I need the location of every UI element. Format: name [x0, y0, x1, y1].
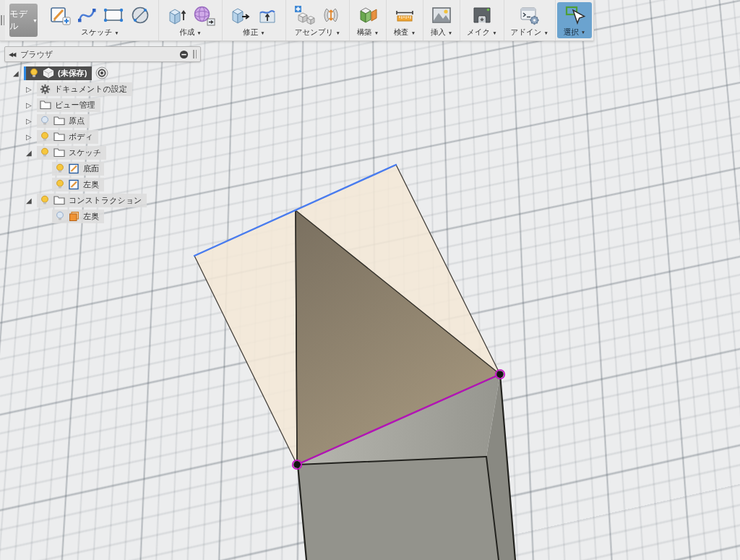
- extrude-icon[interactable]: [165, 4, 189, 27]
- activate-component-radio[interactable]: [95, 66, 108, 79]
- chevron-down-icon: ▼: [114, 30, 119, 35]
- browser-tree: ◢ (未保存) ▷: [4, 65, 221, 224]
- tree-item-label[interactable]: スケッチ: [69, 147, 101, 158]
- toolbar-group-label: メイク ▼: [467, 27, 497, 38]
- sketch-vertex-front[interactable]: [293, 461, 301, 468]
- press-pull-icon[interactable]: [229, 4, 252, 27]
- chevron-down-icon: ▼: [448, 30, 452, 35]
- toolbar-group-assemble: アセンブリ ▼: [286, 0, 350, 40]
- chevron-down-icon: ▼: [260, 30, 264, 35]
- folder-icon: [53, 132, 65, 142]
- tree-item-label[interactable]: 底面: [83, 163, 99, 174]
- chevron-down-icon: ▼: [411, 30, 416, 35]
- tree-item-chip: スケッチ: [37, 146, 106, 160]
- folder-icon: [53, 116, 65, 126]
- measure-icon[interactable]: [393, 4, 416, 27]
- box-front-face[interactable]: [298, 457, 499, 560]
- tree-item-label[interactable]: 左奥: [83, 211, 99, 222]
- spline-icon[interactable]: [75, 4, 98, 27]
- toolbar-group-label: アドイン ▼: [511, 27, 548, 38]
- tree-row-sketches[interactable]: ◢ スケッチ: [4, 145, 221, 160]
- tree-row-sketch-bottom[interactable]: 底面: [4, 160, 221, 176]
- toolbar-group-label: アセンブリ ▼: [295, 27, 340, 38]
- chevron-down-icon: ▼: [33, 18, 38, 23]
- scripts-addins-icon[interactable]: [518, 4, 541, 27]
- select-icon[interactable]: [563, 4, 586, 27]
- toolbar-group-label: 構築 ▼: [357, 27, 379, 38]
- expander-icon[interactable]: ▷: [26, 101, 37, 109]
- expander-icon[interactable]: ◢: [26, 197, 37, 204]
- toolbar: モデル ▼: [0, 0, 594, 41]
- bulb-on-icon[interactable]: [40, 147, 50, 158]
- tree-row-construction-plane-left-back[interactable]: 左奥: [4, 208, 221, 224]
- tree-item-label[interactable]: ボディ: [69, 132, 93, 142]
- rectangle-icon[interactable]: [102, 4, 125, 27]
- toolbar-group-label: 検査 ▼: [394, 27, 416, 38]
- panel-grip-icon[interactable]: [193, 50, 197, 59]
- new-component-icon[interactable]: [293, 4, 316, 27]
- tree-row-document-settings[interactable]: ▷ ドキュメントの設定: [4, 81, 221, 97]
- expander-icon[interactable]: ◢: [26, 149, 37, 157]
- toolbar-group-label: 修正 ▼: [243, 27, 264, 38]
- tree-row-construction[interactable]: ◢ コンストラクション: [4, 192, 221, 208]
- expander-icon[interactable]: ▷: [26, 117, 37, 125]
- toolbar-group-insert: 挿入 ▼: [423, 0, 460, 40]
- toolbar-group-label: スケッチ ▼: [81, 27, 119, 38]
- chevron-down-icon: ▼: [581, 30, 585, 35]
- toolbar-group-create: 作成 ▼: [159, 0, 223, 40]
- bulb-off-icon[interactable]: [40, 116, 50, 126]
- construction-plane-icon[interactable]: [356, 4, 379, 27]
- tree-item-label[interactable]: 左奥: [83, 179, 99, 190]
- tree-item-chip: 左奥: [52, 178, 104, 191]
- tree-row-origin[interactable]: ▷ 原点: [4, 113, 221, 129]
- chevron-down-icon: ▼: [336, 30, 340, 35]
- tree-item-label[interactable]: ビュー管理: [55, 100, 95, 111]
- tree-item-label[interactable]: コンストラクション: [69, 195, 142, 206]
- toolbar-group-select[interactable]: 選択 ▼: [557, 2, 592, 38]
- offset-face-icon[interactable]: [256, 4, 279, 27]
- tree-item-chip: ボディ: [37, 130, 98, 144]
- sketch-icon: [69, 163, 79, 174]
- toolbar-group-inspect: 検査 ▼: [387, 0, 423, 40]
- tree-row-sketch-left-back[interactable]: 左奥: [4, 176, 221, 192]
- chevron-down-icon: ▼: [544, 30, 548, 35]
- toolbar-grip-handle[interactable]: [0, 0, 5, 40]
- sketch-vertex-right[interactable]: [496, 371, 504, 378]
- collapse-panel-icon[interactable]: ◀◀: [9, 51, 14, 58]
- tree-row-named-views[interactable]: ▷ ビュー管理: [4, 97, 221, 113]
- expander-icon[interactable]: ▷: [26, 133, 37, 141]
- browser-header[interactable]: ◀◀ ブラウザ: [4, 46, 201, 62]
- expander-icon[interactable]: ◢: [13, 69, 24, 77]
- tree-row-bodies[interactable]: ▷ ボディ: [4, 129, 221, 145]
- expander-icon[interactable]: ▷: [26, 85, 37, 93]
- bulb-on-icon[interactable]: [29, 68, 39, 78]
- gear-icon: [40, 84, 51, 95]
- workspace-selector-button[interactable]: モデル ▼: [9, 4, 38, 37]
- tree-item-chip: (未保存): [24, 66, 92, 80]
- bulb-on-icon[interactable]: [55, 179, 65, 189]
- sketch-icon: [69, 179, 79, 190]
- chevron-down-icon: ▼: [197, 30, 201, 35]
- tree-item-chip: ドキュメントの設定: [37, 82, 132, 96]
- create-sketch-icon[interactable]: [48, 4, 72, 27]
- bulb-on-icon[interactable]: [55, 163, 65, 173]
- create-form-icon[interactable]: [192, 4, 215, 27]
- folder-icon: [40, 100, 51, 110]
- bulb-off-icon[interactable]: [55, 211, 65, 221]
- tree-row-root-component[interactable]: ◢ (未保存): [4, 65, 221, 81]
- tree-item-label[interactable]: ドキュメントの設定: [54, 84, 127, 95]
- toolbar-group-make: メイク ▼: [460, 0, 504, 40]
- make-icon[interactable]: [470, 4, 494, 27]
- toolbar-group-label: 作成 ▼: [179, 27, 201, 38]
- bulb-on-icon[interactable]: [40, 195, 50, 205]
- tree-item-label[interactable]: (未保存): [58, 68, 87, 79]
- insert-image-icon[interactable]: [430, 4, 453, 27]
- construction-plane-icon: [69, 211, 79, 222]
- toolbar-group-modify: 修正 ▼: [223, 0, 286, 40]
- bulb-on-icon[interactable]: [40, 132, 50, 142]
- tree-item-label[interactable]: 原点: [69, 116, 85, 126]
- minimize-panel-icon[interactable]: [179, 50, 189, 59]
- folder-icon: [53, 195, 65, 205]
- circle-diameter-icon[interactable]: [129, 4, 152, 27]
- joint-icon[interactable]: [319, 4, 343, 27]
